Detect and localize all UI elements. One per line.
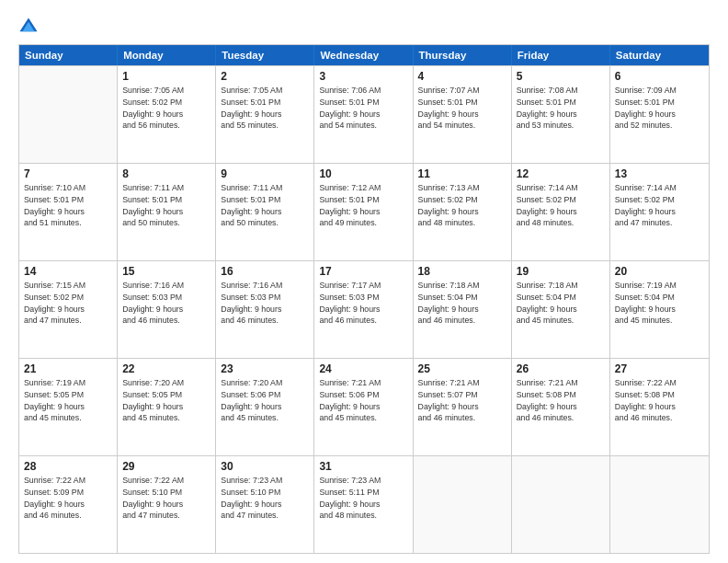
- day-detail: Sunrise: 7:09 AMSunset: 5:01 PMDaylight:…: [615, 85, 704, 132]
- cal-header-friday: Friday: [512, 45, 610, 65]
- cal-cell: [19, 66, 118, 163]
- cal-header-sunday: Sunday: [19, 45, 118, 65]
- cal-cell: 4Sunrise: 7:07 AMSunset: 5:01 PMDaylight…: [414, 66, 512, 163]
- cal-cell: 19Sunrise: 7:18 AMSunset: 5:04 PMDayligh…: [512, 261, 610, 358]
- cal-cell: 21Sunrise: 7:19 AMSunset: 5:05 PMDayligh…: [19, 359, 118, 455]
- cal-cell: 24Sunrise: 7:21 AMSunset: 5:06 PMDayligh…: [314, 359, 413, 455]
- day-number: 27: [615, 362, 704, 375]
- cal-week-5: 28Sunrise: 7:22 AMSunset: 5:09 PMDayligh…: [19, 455, 709, 553]
- cal-cell: 18Sunrise: 7:18 AMSunset: 5:04 PMDayligh…: [414, 261, 512, 358]
- page: SundayMondayTuesdayWednesdayThursdayFrid…: [0, 0, 728, 563]
- day-detail: Sunrise: 7:21 AMSunset: 5:06 PMDaylight:…: [319, 377, 407, 424]
- day-number: 31: [319, 460, 407, 473]
- day-number: 1: [122, 70, 210, 83]
- cal-cell: 15Sunrise: 7:16 AMSunset: 5:03 PMDayligh…: [118, 261, 216, 358]
- calendar: SundayMondayTuesdayWednesdayThursdayFrid…: [18, 44, 710, 554]
- cal-cell: 12Sunrise: 7:14 AMSunset: 5:02 PMDayligh…: [512, 164, 610, 260]
- day-detail: Sunrise: 7:22 AMSunset: 5:10 PMDaylight:…: [122, 475, 210, 522]
- cal-cell: 28Sunrise: 7:22 AMSunset: 5:09 PMDayligh…: [19, 456, 118, 553]
- day-detail: Sunrise: 7:18 AMSunset: 5:04 PMDaylight:…: [517, 280, 605, 327]
- calendar-header-row: SundayMondayTuesdayWednesdayThursdayFrid…: [19, 45, 709, 65]
- cal-cell: [610, 456, 709, 553]
- cal-cell: 14Sunrise: 7:15 AMSunset: 5:02 PMDayligh…: [19, 261, 118, 358]
- cal-cell: [512, 456, 610, 553]
- day-number: 10: [319, 167, 407, 180]
- day-detail: Sunrise: 7:23 AMSunset: 5:10 PMDaylight:…: [221, 475, 309, 522]
- day-number: 17: [319, 265, 407, 278]
- cal-cell: 20Sunrise: 7:19 AMSunset: 5:04 PMDayligh…: [610, 261, 709, 358]
- day-detail: Sunrise: 7:22 AMSunset: 5:08 PMDaylight:…: [615, 377, 704, 424]
- cal-cell: 23Sunrise: 7:20 AMSunset: 5:06 PMDayligh…: [216, 359, 314, 455]
- day-number: 30: [221, 460, 309, 473]
- day-number: 3: [319, 70, 407, 83]
- cal-week-3: 14Sunrise: 7:15 AMSunset: 5:02 PMDayligh…: [19, 260, 709, 358]
- cal-header-monday: Monday: [118, 45, 216, 65]
- cal-cell: 3Sunrise: 7:06 AMSunset: 5:01 PMDaylight…: [314, 66, 413, 163]
- day-detail: Sunrise: 7:12 AMSunset: 5:01 PMDaylight:…: [319, 182, 407, 229]
- cal-cell: 6Sunrise: 7:09 AMSunset: 5:01 PMDaylight…: [610, 66, 709, 163]
- day-number: 12: [517, 167, 605, 180]
- day-number: 16: [221, 265, 309, 278]
- cal-cell: 7Sunrise: 7:10 AMSunset: 5:01 PMDaylight…: [19, 164, 118, 260]
- cal-cell: [414, 456, 512, 553]
- cal-cell: 2Sunrise: 7:05 AMSunset: 5:01 PMDaylight…: [216, 66, 314, 163]
- day-number: 24: [319, 362, 407, 375]
- day-detail: Sunrise: 7:10 AMSunset: 5:01 PMDaylight:…: [24, 182, 112, 229]
- cal-cell: 26Sunrise: 7:21 AMSunset: 5:08 PMDayligh…: [512, 359, 610, 455]
- day-detail: Sunrise: 7:16 AMSunset: 5:03 PMDaylight:…: [122, 280, 210, 327]
- day-number: 23: [221, 362, 309, 375]
- cal-cell: 1Sunrise: 7:05 AMSunset: 5:02 PMDaylight…: [118, 66, 216, 163]
- day-detail: Sunrise: 7:19 AMSunset: 5:04 PMDaylight:…: [615, 280, 704, 327]
- day-number: 21: [24, 362, 112, 375]
- day-detail: Sunrise: 7:06 AMSunset: 5:01 PMDaylight:…: [319, 85, 407, 132]
- day-number: 6: [615, 70, 704, 83]
- day-number: 20: [615, 265, 704, 278]
- day-detail: Sunrise: 7:11 AMSunset: 5:01 PMDaylight:…: [122, 182, 210, 229]
- day-detail: Sunrise: 7:20 AMSunset: 5:06 PMDaylight:…: [221, 377, 309, 424]
- day-number: 19: [517, 265, 605, 278]
- day-number: 15: [122, 265, 210, 278]
- day-number: 13: [615, 167, 704, 180]
- day-detail: Sunrise: 7:22 AMSunset: 5:09 PMDaylight:…: [24, 475, 112, 522]
- day-detail: Sunrise: 7:05 AMSunset: 5:02 PMDaylight:…: [122, 85, 210, 132]
- cal-header-thursday: Thursday: [414, 45, 512, 65]
- day-detail: Sunrise: 7:14 AMSunset: 5:02 PMDaylight:…: [517, 182, 605, 229]
- day-detail: Sunrise: 7:14 AMSunset: 5:02 PMDaylight:…: [615, 182, 704, 229]
- day-detail: Sunrise: 7:07 AMSunset: 5:01 PMDaylight:…: [418, 85, 506, 132]
- day-number: 8: [122, 167, 210, 180]
- day-detail: Sunrise: 7:21 AMSunset: 5:08 PMDaylight:…: [517, 377, 605, 424]
- cal-cell: 31Sunrise: 7:23 AMSunset: 5:11 PMDayligh…: [314, 456, 413, 553]
- header: [18, 17, 710, 37]
- calendar-body: 1Sunrise: 7:05 AMSunset: 5:02 PMDaylight…: [19, 65, 709, 553]
- day-detail: Sunrise: 7:15 AMSunset: 5:02 PMDaylight:…: [24, 280, 112, 327]
- day-number: 25: [418, 362, 506, 375]
- day-detail: Sunrise: 7:08 AMSunset: 5:01 PMDaylight:…: [517, 85, 605, 132]
- day-number: 26: [517, 362, 605, 375]
- day-number: 5: [517, 70, 605, 83]
- day-detail: Sunrise: 7:11 AMSunset: 5:01 PMDaylight:…: [221, 182, 309, 229]
- day-detail: Sunrise: 7:16 AMSunset: 5:03 PMDaylight:…: [221, 280, 309, 327]
- cal-header-saturday: Saturday: [610, 45, 709, 65]
- cal-week-4: 21Sunrise: 7:19 AMSunset: 5:05 PMDayligh…: [19, 358, 709, 455]
- cal-header-tuesday: Tuesday: [216, 45, 314, 65]
- cal-cell: 9Sunrise: 7:11 AMSunset: 5:01 PMDaylight…: [216, 164, 314, 260]
- day-detail: Sunrise: 7:13 AMSunset: 5:02 PMDaylight:…: [418, 182, 506, 229]
- day-number: 22: [122, 362, 210, 375]
- cal-cell: 8Sunrise: 7:11 AMSunset: 5:01 PMDaylight…: [118, 164, 216, 260]
- cal-week-2: 7Sunrise: 7:10 AMSunset: 5:01 PMDaylight…: [19, 163, 709, 260]
- day-number: 11: [418, 167, 506, 180]
- cal-week-1: 1Sunrise: 7:05 AMSunset: 5:02 PMDaylight…: [19, 65, 709, 163]
- day-detail: Sunrise: 7:18 AMSunset: 5:04 PMDaylight:…: [418, 280, 506, 327]
- day-detail: Sunrise: 7:23 AMSunset: 5:11 PMDaylight:…: [319, 475, 407, 522]
- day-number: 18: [418, 265, 506, 278]
- day-number: 2: [221, 70, 309, 83]
- cal-cell: 17Sunrise: 7:17 AMSunset: 5:03 PMDayligh…: [314, 261, 413, 358]
- day-detail: Sunrise: 7:21 AMSunset: 5:07 PMDaylight:…: [418, 377, 506, 424]
- cal-cell: 29Sunrise: 7:22 AMSunset: 5:10 PMDayligh…: [118, 456, 216, 553]
- day-number: 7: [24, 167, 112, 180]
- day-number: 28: [24, 460, 112, 473]
- day-detail: Sunrise: 7:05 AMSunset: 5:01 PMDaylight:…: [221, 85, 309, 132]
- day-detail: Sunrise: 7:19 AMSunset: 5:05 PMDaylight:…: [24, 377, 112, 424]
- day-number: 4: [418, 70, 506, 83]
- day-detail: Sunrise: 7:20 AMSunset: 5:05 PMDaylight:…: [122, 377, 210, 424]
